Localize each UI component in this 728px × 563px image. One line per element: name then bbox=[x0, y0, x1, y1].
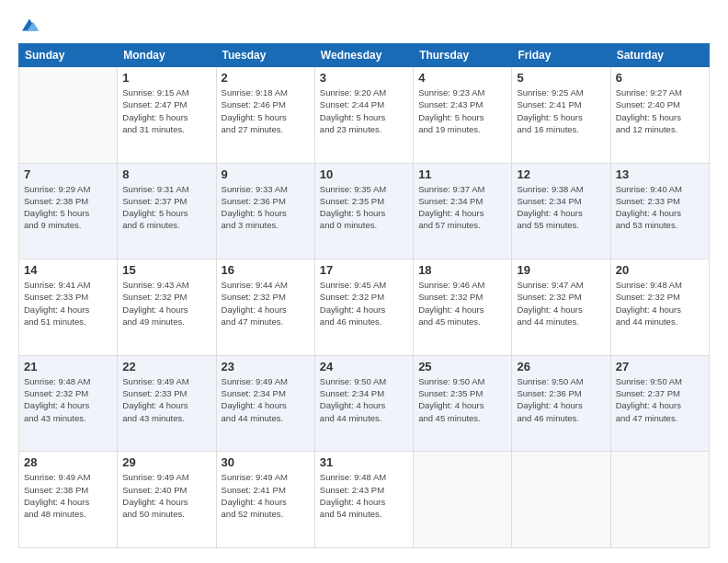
day-number: 12 bbox=[517, 167, 605, 181]
calendar-week-row: 28Sunrise: 9:49 AM Sunset: 2:38 PM Dayli… bbox=[19, 452, 710, 548]
calendar-week-row: 1Sunrise: 9:15 AM Sunset: 2:47 PM Daylig… bbox=[19, 67, 710, 164]
calendar-cell: 30Sunrise: 9:49 AM Sunset: 2:41 PM Dayli… bbox=[216, 452, 314, 548]
calendar-cell: 8Sunrise: 9:31 AM Sunset: 2:37 PM Daylig… bbox=[118, 163, 216, 259]
day-info: Sunrise: 9:20 AM Sunset: 2:44 PM Dayligh… bbox=[320, 86, 408, 135]
day-number: 24 bbox=[320, 360, 408, 373]
calendar-cell: 28Sunrise: 9:49 AM Sunset: 2:38 PM Dayli… bbox=[19, 452, 118, 548]
calendar-cell: 15Sunrise: 9:43 AM Sunset: 2:32 PM Dayli… bbox=[118, 259, 216, 356]
calendar-cell: 1Sunrise: 9:15 AM Sunset: 2:47 PM Daylig… bbox=[118, 67, 216, 164]
day-info: Sunrise: 9:48 AM Sunset: 2:32 PM Dayligh… bbox=[24, 375, 112, 424]
calendar-cell: 5Sunrise: 9:25 AM Sunset: 2:41 PM Daylig… bbox=[512, 67, 610, 164]
day-number: 13 bbox=[616, 167, 704, 181]
calendar-header-row: SundayMondayTuesdayWednesdayThursdayFrid… bbox=[19, 44, 710, 67]
calendar-cell bbox=[19, 67, 118, 164]
day-info: Sunrise: 9:25 AM Sunset: 2:41 PM Dayligh… bbox=[517, 86, 605, 135]
day-number: 14 bbox=[24, 263, 112, 277]
day-number: 10 bbox=[320, 167, 408, 181]
calendar-cell: 7Sunrise: 9:29 AM Sunset: 2:38 PM Daylig… bbox=[19, 163, 118, 259]
day-info: Sunrise: 9:48 AM Sunset: 2:43 PM Dayligh… bbox=[320, 471, 408, 520]
day-number: 19 bbox=[517, 263, 605, 277]
calendar-cell bbox=[610, 452, 709, 548]
day-number: 17 bbox=[320, 263, 408, 277]
day-number: 5 bbox=[517, 71, 605, 85]
day-info: Sunrise: 9:38 AM Sunset: 2:34 PM Dayligh… bbox=[517, 183, 605, 232]
day-info: Sunrise: 9:23 AM Sunset: 2:43 PM Dayligh… bbox=[418, 86, 506, 135]
header bbox=[18, 15, 710, 34]
calendar-cell: 11Sunrise: 9:37 AM Sunset: 2:34 PM Dayli… bbox=[414, 163, 512, 259]
weekday-header: Saturday bbox=[610, 44, 709, 67]
day-number: 25 bbox=[418, 360, 506, 373]
day-number: 7 bbox=[24, 167, 112, 181]
day-number: 15 bbox=[122, 263, 210, 277]
day-number: 9 bbox=[222, 167, 310, 181]
calendar-cell: 26Sunrise: 9:50 AM Sunset: 2:36 PM Dayli… bbox=[512, 355, 610, 452]
calendar-cell: 12Sunrise: 9:38 AM Sunset: 2:34 PM Dayli… bbox=[512, 163, 610, 259]
calendar: SundayMondayTuesdayWednesdayThursdayFrid… bbox=[18, 43, 710, 548]
day-info: Sunrise: 9:43 AM Sunset: 2:32 PM Dayligh… bbox=[122, 279, 210, 327]
weekday-header: Wednesday bbox=[314, 44, 413, 67]
day-number: 11 bbox=[418, 167, 506, 181]
calendar-cell: 3Sunrise: 9:20 AM Sunset: 2:44 PM Daylig… bbox=[314, 67, 413, 164]
day-info: Sunrise: 9:45 AM Sunset: 2:32 PM Dayligh… bbox=[320, 279, 408, 327]
calendar-cell: 10Sunrise: 9:35 AM Sunset: 2:35 PM Dayli… bbox=[314, 163, 413, 259]
day-info: Sunrise: 9:49 AM Sunset: 2:34 PM Dayligh… bbox=[222, 375, 310, 424]
calendar-cell: 9Sunrise: 9:33 AM Sunset: 2:36 PM Daylig… bbox=[216, 163, 314, 259]
day-info: Sunrise: 9:48 AM Sunset: 2:32 PM Dayligh… bbox=[616, 279, 704, 327]
calendar-cell: 24Sunrise: 9:50 AM Sunset: 2:34 PM Dayli… bbox=[314, 355, 413, 452]
weekday-header: Sunday bbox=[19, 44, 118, 67]
calendar-cell: 20Sunrise: 9:48 AM Sunset: 2:32 PM Dayli… bbox=[610, 259, 709, 356]
logo bbox=[18, 15, 44, 34]
day-info: Sunrise: 9:49 AM Sunset: 2:41 PM Dayligh… bbox=[222, 471, 310, 520]
weekday-header: Monday bbox=[118, 44, 216, 67]
day-info: Sunrise: 9:50 AM Sunset: 2:37 PM Dayligh… bbox=[616, 375, 704, 424]
day-info: Sunrise: 9:50 AM Sunset: 2:36 PM Dayligh… bbox=[517, 375, 605, 424]
day-number: 23 bbox=[222, 360, 310, 373]
day-number: 30 bbox=[222, 455, 310, 469]
calendar-cell: 22Sunrise: 9:49 AM Sunset: 2:33 PM Dayli… bbox=[118, 355, 216, 452]
day-info: Sunrise: 9:15 AM Sunset: 2:47 PM Dayligh… bbox=[122, 86, 210, 135]
calendar-week-row: 7Sunrise: 9:29 AM Sunset: 2:38 PM Daylig… bbox=[19, 163, 710, 259]
calendar-cell: 18Sunrise: 9:46 AM Sunset: 2:32 PM Dayli… bbox=[414, 259, 512, 356]
calendar-cell: 23Sunrise: 9:49 AM Sunset: 2:34 PM Dayli… bbox=[216, 355, 314, 452]
day-number: 18 bbox=[418, 263, 506, 277]
day-info: Sunrise: 9:50 AM Sunset: 2:35 PM Dayligh… bbox=[418, 375, 506, 424]
day-info: Sunrise: 9:40 AM Sunset: 2:33 PM Dayligh… bbox=[616, 183, 704, 232]
day-number: 21 bbox=[24, 360, 112, 373]
calendar-cell: 14Sunrise: 9:41 AM Sunset: 2:33 PM Dayli… bbox=[19, 259, 118, 356]
day-number: 26 bbox=[517, 360, 605, 373]
day-number: 31 bbox=[320, 455, 408, 469]
calendar-cell: 2Sunrise: 9:18 AM Sunset: 2:46 PM Daylig… bbox=[216, 67, 314, 164]
calendar-cell: 13Sunrise: 9:40 AM Sunset: 2:33 PM Dayli… bbox=[610, 163, 709, 259]
day-number: 3 bbox=[320, 71, 408, 85]
day-info: Sunrise: 9:31 AM Sunset: 2:37 PM Dayligh… bbox=[122, 183, 210, 232]
weekday-header: Thursday bbox=[414, 44, 512, 67]
day-number: 8 bbox=[122, 167, 210, 181]
calendar-week-row: 21Sunrise: 9:48 AM Sunset: 2:32 PM Dayli… bbox=[19, 355, 710, 452]
calendar-cell bbox=[512, 452, 610, 548]
day-number: 6 bbox=[616, 71, 704, 85]
calendar-week-row: 14Sunrise: 9:41 AM Sunset: 2:33 PM Dayli… bbox=[19, 259, 710, 356]
logo-icon bbox=[18, 16, 40, 34]
day-info: Sunrise: 9:44 AM Sunset: 2:32 PM Dayligh… bbox=[222, 279, 310, 327]
day-number: 16 bbox=[222, 263, 310, 277]
day-info: Sunrise: 9:49 AM Sunset: 2:40 PM Dayligh… bbox=[122, 471, 210, 520]
day-info: Sunrise: 9:35 AM Sunset: 2:35 PM Dayligh… bbox=[320, 183, 408, 232]
day-info: Sunrise: 9:41 AM Sunset: 2:33 PM Dayligh… bbox=[24, 279, 112, 327]
weekday-header: Tuesday bbox=[216, 44, 314, 67]
weekday-header: Friday bbox=[512, 44, 610, 67]
day-info: Sunrise: 9:47 AM Sunset: 2:32 PM Dayligh… bbox=[517, 279, 605, 327]
day-number: 2 bbox=[222, 71, 310, 85]
day-number: 20 bbox=[616, 263, 704, 277]
calendar-cell: 19Sunrise: 9:47 AM Sunset: 2:32 PM Dayli… bbox=[512, 259, 610, 356]
day-info: Sunrise: 9:33 AM Sunset: 2:36 PM Dayligh… bbox=[222, 183, 310, 232]
day-info: Sunrise: 9:29 AM Sunset: 2:38 PM Dayligh… bbox=[24, 183, 112, 232]
day-info: Sunrise: 9:50 AM Sunset: 2:34 PM Dayligh… bbox=[320, 375, 408, 424]
day-info: Sunrise: 9:46 AM Sunset: 2:32 PM Dayligh… bbox=[418, 279, 506, 327]
calendar-cell: 4Sunrise: 9:23 AM Sunset: 2:43 PM Daylig… bbox=[414, 67, 512, 164]
day-info: Sunrise: 9:37 AM Sunset: 2:34 PM Dayligh… bbox=[418, 183, 506, 232]
day-info: Sunrise: 9:18 AM Sunset: 2:46 PM Dayligh… bbox=[222, 86, 310, 135]
calendar-cell: 29Sunrise: 9:49 AM Sunset: 2:40 PM Dayli… bbox=[118, 452, 216, 548]
calendar-cell bbox=[414, 452, 512, 548]
calendar-cell: 25Sunrise: 9:50 AM Sunset: 2:35 PM Dayli… bbox=[414, 355, 512, 452]
calendar-cell: 17Sunrise: 9:45 AM Sunset: 2:32 PM Dayli… bbox=[314, 259, 413, 356]
